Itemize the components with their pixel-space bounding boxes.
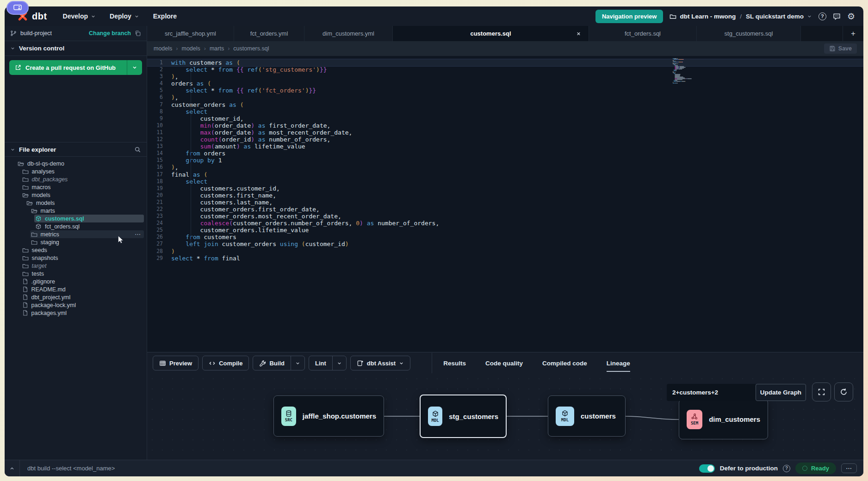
feedback-button[interactable]: [833, 12, 841, 20]
compile-button[interactable]: Compile: [202, 356, 249, 370]
lint-button[interactable]: Lint: [309, 356, 332, 370]
ready-status-badge[interactable]: Ready: [795, 462, 836, 474]
code-editor[interactable]: 1with customers as (2 select * from {{ r…: [147, 56, 863, 352]
tree-folder-models[interactable]: models: [5, 191, 147, 199]
panel-tab-compiled-code[interactable]: Compiled code: [542, 352, 587, 374]
editor-tab-src_jaffle_shop.yml[interactable]: src_jaffle_shop.yml: [147, 26, 234, 41]
defer-to-production-toggle[interactable]: [699, 464, 715, 473]
defer-help-icon[interactable]: ?: [783, 465, 790, 472]
update-graph-button[interactable]: Update Graph: [756, 384, 806, 401]
tree-file-.gitignore[interactable]: .gitignore: [5, 278, 147, 285]
tree-file-dbt_project.yml[interactable]: dbt_project.yml: [5, 293, 147, 301]
tree-item-label: README.md: [31, 286, 66, 293]
lineage-node-dim_customers[interactable]: SEMdim_customers: [679, 399, 768, 439]
tree-folder-metrics[interactable]: metrics⋯: [5, 230, 147, 238]
build-options-button[interactable]: [291, 356, 304, 370]
tree-file-fct_orders.sql[interactable]: fct_orders.sql: [5, 222, 147, 230]
build-button[interactable]: Build: [253, 356, 291, 370]
help-button[interactable]: ?: [818, 12, 826, 20]
file-explorer-header[interactable]: File explorer: [5, 142, 147, 157]
lineage-node-jaffle_shop.customers[interactable]: SRCjaffle_shop.customers: [273, 395, 384, 437]
breadcrumb-models-1[interactable]: models: [154, 45, 172, 52]
save-button[interactable]: Save: [824, 43, 857, 54]
new-tab-button[interactable]: +: [843, 26, 863, 41]
panel-tab-results[interactable]: Results: [443, 352, 466, 374]
lineage-canvas[interactable]: SRCjaffle_shop.customersMDLstg_customers…: [147, 374, 863, 460]
tree-file-packages.yml[interactable]: packages.yml: [5, 309, 147, 317]
tree-folder-tests[interactable]: tests: [5, 270, 147, 278]
tree-folder-staging[interactable]: staging: [5, 238, 147, 246]
dbt-assist-button[interactable]: dbt Assist: [350, 356, 410, 370]
line-number: 4: [147, 80, 171, 87]
tree-folder-marts[interactable]: marts: [5, 207, 147, 215]
breadcrumb-marts[interactable]: marts: [210, 45, 224, 52]
minimap[interactable]: [672, 57, 699, 86]
dbt-cloud-ide: dbt DevelopDeployExplore Navigation prev…: [5, 6, 863, 476]
change-branch-link[interactable]: Change branch: [89, 30, 131, 37]
lineage-filter-input[interactable]: [667, 384, 756, 401]
assist-icon: [357, 360, 364, 367]
breadcrumb-models-2[interactable]: models: [181, 45, 200, 52]
account-switcher[interactable]: dbt Learn - mwong / SL quickstart demo: [670, 13, 812, 20]
cube-icon: [432, 410, 439, 418]
tree-item-label: staging: [41, 239, 59, 246]
tree-folder-seeds[interactable]: seeds: [5, 246, 147, 254]
copy-branch-button[interactable]: [135, 30, 141, 37]
tree-file-customers.sql[interactable]: customers.sql: [5, 215, 147, 222]
tree-folder-analyses[interactable]: analyses: [5, 167, 147, 175]
editor-tab-fct_orders.yml[interactable]: fct_orders.yml: [234, 26, 304, 41]
chevron-down-icon: [10, 46, 15, 51]
fullscreen-button[interactable]: [812, 382, 831, 401]
tree-file-README.md[interactable]: README.md: [5, 285, 147, 293]
screen-share-badge: [6, 1, 29, 15]
code-line-4: 4orders as (: [147, 80, 863, 87]
refresh-button[interactable]: [834, 382, 853, 401]
sem-icon: [691, 413, 698, 420]
pull-request-options-button[interactable]: [127, 60, 142, 75]
tree-folder-dbt_packages[interactable]: dbt_packages: [5, 175, 147, 183]
wrench-icon: [259, 360, 266, 367]
file-search-button[interactable]: [134, 146, 141, 153]
editor-tab-fct_orders.sql[interactable]: fct_orders.sql: [589, 26, 697, 41]
code-line-27: 27 left join customer_orders using (cust…: [147, 240, 863, 247]
settings-button[interactable]: ⚙: [847, 12, 855, 21]
preview-button[interactable]: Preview: [153, 356, 198, 370]
close-tab-icon[interactable]: [576, 31, 581, 36]
breadcrumb-file[interactable]: customers.sql: [233, 45, 269, 52]
lineage-node-customers[interactable]: MDLcustomers: [548, 395, 626, 437]
tree-folder-db-sl-qs-demo[interactable]: db-sl-qs-demo: [5, 160, 147, 167]
editor-tab-dim_customers.yml[interactable]: dim_customers.yml: [304, 26, 393, 41]
lineage-node-stg_customers[interactable]: MDLstg_customers: [420, 395, 507, 438]
tree-item-menu-icon[interactable]: ⋯: [135, 231, 141, 238]
code-line-8: 8 select: [147, 108, 863, 115]
node-label: customers: [581, 412, 616, 420]
tab-label: fct_orders.sql: [625, 30, 661, 37]
tree-folder-macros[interactable]: macros: [5, 183, 147, 191]
line-number: 19: [147, 185, 171, 192]
tree-item-label: tests: [32, 271, 44, 277]
command-input[interactable]: dbt build --select <model_name>: [20, 465, 115, 472]
chevron-down-icon: [807, 14, 812, 19]
button-label: Build: [269, 360, 285, 367]
version-control-header[interactable]: Version control: [5, 41, 147, 56]
navigation-preview-button[interactable]: Navigation preview: [595, 10, 663, 23]
code-line-22: 22 customer_orders.first_order_date,: [147, 206, 863, 213]
tree-folder-target[interactable]: target: [5, 262, 147, 270]
tree-folder-models[interactable]: models: [5, 199, 147, 207]
expand-command-bar-button[interactable]: [5, 460, 19, 476]
nav-deploy[interactable]: Deploy: [110, 12, 139, 20]
tree-folder-snapshots[interactable]: snapshots: [5, 254, 147, 262]
create-pull-request-button[interactable]: Create a pull request on GitHub: [9, 60, 127, 75]
nav-develop[interactable]: Develop: [63, 12, 96, 20]
panel-tab-lineage[interactable]: Lineage: [607, 352, 630, 374]
panel-tab-code-quality[interactable]: Code quality: [485, 352, 523, 374]
nav-explore[interactable]: Explore: [153, 12, 177, 20]
file-icon: [22, 302, 28, 308]
editor-tab-customers.sql[interactable]: customers.sql: [393, 26, 589, 41]
refresh-icon: [840, 388, 848, 396]
editor-tab-stg_customers.sql[interactable]: stg_customers.sql: [697, 26, 801, 41]
tree-file-package-lock.yml[interactable]: package-lock.yml: [5, 301, 147, 309]
statusbar-more-button[interactable]: ⋯: [841, 463, 857, 473]
lint-options-button[interactable]: [332, 356, 346, 370]
tree-item-label: fct_orders.sql: [45, 223, 80, 230]
